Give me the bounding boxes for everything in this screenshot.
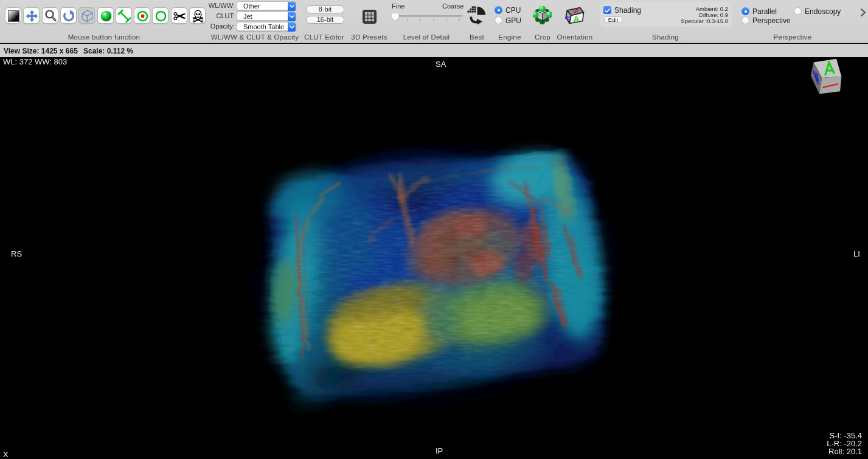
svg-text:A: A (574, 15, 580, 24)
